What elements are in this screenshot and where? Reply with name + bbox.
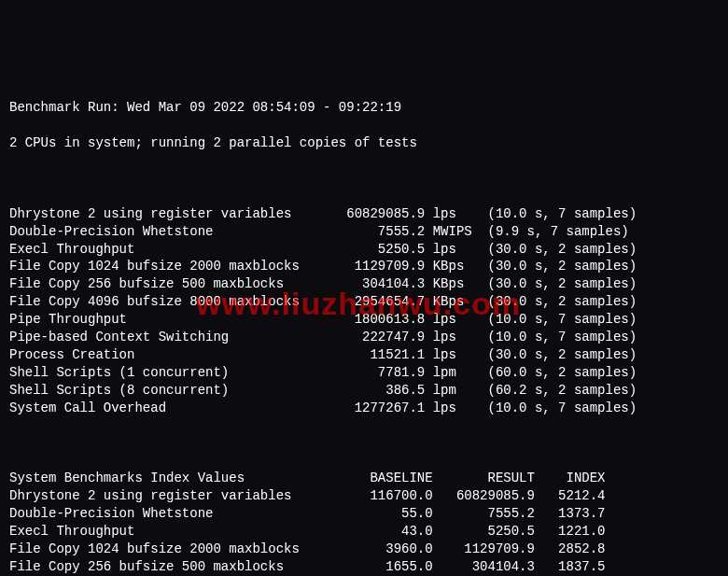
result-row: File Copy 256 bufsize 500 maxblocks 3041…	[9, 275, 719, 293]
benchmark-run-line: Benchmark Run: Wed Mar 09 2022 08:54:09 …	[9, 99, 719, 117]
result-row: Double-Precision Whetstone 7555.2 MWIPS …	[9, 223, 719, 241]
blank-line	[9, 434, 719, 452]
index-block: System Benchmarks Index Values BASELINE …	[9, 470, 719, 576]
result-row: Process Creation 11521.1 lps (30.0 s, 2 …	[9, 346, 719, 364]
results-block: Dhrystone 2 using register variables 608…	[9, 205, 719, 417]
index-row: Double-Precision Whetstone 55.0 7555.2 1…	[9, 505, 719, 523]
index-row: Execl Throughput 43.0 5250.5 1221.0	[9, 523, 719, 541]
result-row: Execl Throughput 5250.5 lps (30.0 s, 2 s…	[9, 241, 719, 259]
result-row: System Call Overhead 1277267.1 lps (10.0…	[9, 400, 719, 417]
blank-line	[9, 170, 719, 188]
result-row: Dhrystone 2 using register variables 608…	[9, 205, 719, 223]
result-row: File Copy 4096 bufsize 8000 maxblocks 29…	[9, 293, 719, 311]
index-row: File Copy 1024 bufsize 2000 maxblocks 39…	[9, 541, 719, 558]
cpu-info-line: 2 CPUs in system; running 2 parallel cop…	[9, 134, 719, 152]
index-header-row: System Benchmarks Index Values BASELINE …	[9, 470, 719, 487]
result-row: Pipe Throughput 1800613.8 lps (10.0 s, 7…	[9, 311, 719, 329]
result-row: Shell Scripts (1 concurrent) 7781.9 lpm …	[9, 364, 719, 382]
result-row: File Copy 1024 bufsize 2000 maxblocks 11…	[9, 258, 719, 275]
index-row: File Copy 256 bufsize 500 maxblocks 1655…	[9, 558, 719, 576]
result-row: Shell Scripts (8 concurrent) 386.5 lpm (…	[9, 382, 719, 400]
result-row: Pipe-based Context Switching 222747.9 lp…	[9, 329, 719, 346]
terminal-output: { "header": { "line1": "Benchmark Run: W…	[9, 29, 719, 576]
index-row: Dhrystone 2 using register variables 116…	[9, 487, 719, 505]
